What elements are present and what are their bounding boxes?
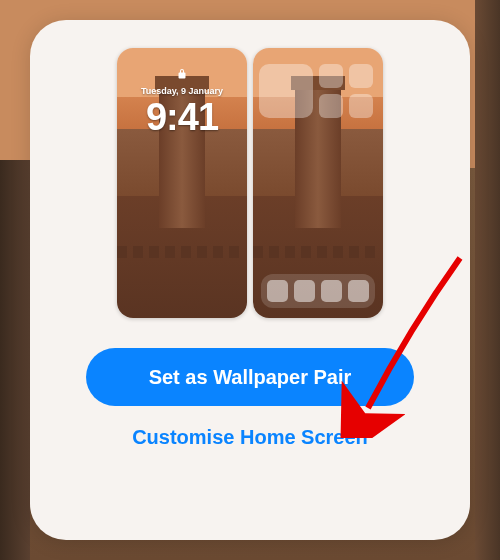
wallpaper-previews: Tuesday, 9 January 9:41 (117, 48, 383, 318)
lock-screen-overlay: Tuesday, 9 January 9:41 (117, 66, 247, 136)
customise-home-screen-link[interactable]: Customise Home Screen (132, 426, 368, 449)
widget-placeholder (259, 64, 313, 118)
lock-icon (117, 66, 247, 84)
app-icon-placeholder (349, 64, 373, 88)
set-as-wallpaper-pair-button[interactable]: Set as Wallpaper Pair (86, 348, 414, 406)
dock-icon-placeholder (267, 280, 288, 302)
app-icon-placeholder (319, 94, 343, 118)
dock-icon-placeholder (321, 280, 342, 302)
app-icon-placeholder (319, 64, 343, 88)
lock-screen-date: Tuesday, 9 January (117, 86, 247, 96)
dock (261, 274, 375, 308)
lock-screen-preview[interactable]: Tuesday, 9 January 9:41 (117, 48, 247, 318)
dock-icon-placeholder (294, 280, 315, 302)
home-screen-preview[interactable] (253, 48, 383, 318)
wallpaper-pair-card: Tuesday, 9 January 9:41 (30, 20, 470, 540)
dock-icon-placeholder (348, 280, 369, 302)
home-screen-overlay (253, 58, 383, 318)
app-icon-placeholder (349, 94, 373, 118)
lock-screen-time: 9:41 (117, 98, 247, 136)
